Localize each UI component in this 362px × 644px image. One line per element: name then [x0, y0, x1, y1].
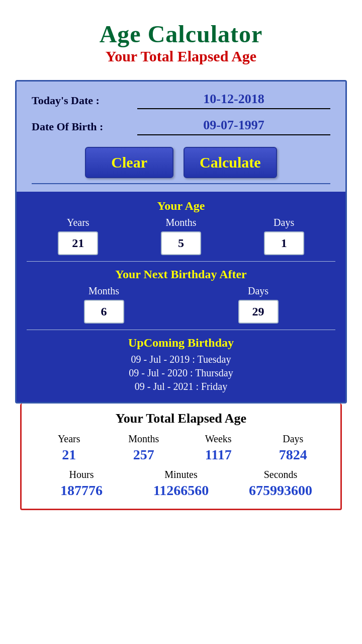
results-section: Your Age Years 21 Months 5 Days 1 Your N…: [17, 192, 345, 402]
elapsed-years-label: Years: [58, 433, 80, 445]
upcoming-item-3: 09 - Jul - 2021 : Friday: [27, 381, 335, 392]
birthday-divider: [27, 330, 335, 330]
elapsed-weeks-label: Weeks: [205, 433, 232, 445]
elapsed-days-val: 7824: [279, 447, 307, 463]
elapsed-title: Your Total Elapsed Age: [32, 411, 330, 426]
age-days-col: Days 1: [264, 217, 304, 255]
elapsed-weeks-val: 1117: [205, 447, 232, 463]
elapsed-hours-col: Hours 187776: [32, 469, 131, 499]
todays-date-label: Today's Date :: [32, 94, 132, 107]
age-section: Your Age Years 21 Months 5 Days 1: [27, 199, 335, 255]
age-divider: [27, 261, 335, 262]
upcoming-title: UpComing Birthday: [27, 336, 335, 350]
months-label: Months: [165, 217, 196, 228]
upcoming-item-2: 09 - Jul - 2020 : Thursday: [27, 367, 335, 379]
months-value: 5: [161, 231, 201, 255]
buttons-row: Clear Calculate: [32, 147, 330, 178]
years-label: Years: [67, 217, 89, 228]
elapsed-minutes-label: Minutes: [164, 469, 198, 480]
nb-days-value: 29: [238, 300, 279, 324]
elapsed-days-label: Days: [283, 433, 303, 445]
age-grid: Years 21 Months 5 Days 1: [27, 217, 335, 255]
nb-months-label: Months: [88, 285, 119, 297]
elapsed-seconds-val: 675993600: [249, 482, 312, 499]
elapsed-years-val: 21: [62, 447, 76, 463]
nb-months-value: 6: [84, 300, 124, 324]
elapsed-card: Your Total Elapsed Age Years 21 Months 2…: [20, 404, 342, 510]
elapsed-seconds-col: Seconds 675993600: [231, 469, 330, 499]
calculate-button[interactable]: Calculate: [184, 147, 277, 178]
elapsed-days-col: Days 7824: [256, 433, 331, 463]
nb-days-label: Days: [248, 285, 268, 297]
upcoming-list: 09 - Jul - 2019 : Tuesday 09 - Jul - 202…: [27, 354, 335, 392]
elapsed-weeks-col: Weeks 1117: [181, 433, 256, 463]
section-divider: [32, 183, 330, 184]
page-subtitle: Your Total Elapsed Age: [106, 48, 256, 65]
age-years-col: Years 21: [58, 217, 98, 255]
age-months-col: Months 5: [161, 217, 201, 255]
input-section: Today's Date : 10-12-2018 Date Of Birth …: [17, 82, 345, 192]
upcoming-item-1: 09 - Jul - 2019 : Tuesday: [27, 354, 335, 365]
elapsed-months-label: Months: [128, 433, 159, 445]
days-label: Days: [274, 217, 294, 228]
elapsed-top-row: Years 21 Months 257 Weeks 1117 Days 7824: [32, 433, 330, 463]
age-title: Your Age: [27, 199, 335, 213]
dob-value[interactable]: 09-07-1997: [137, 118, 330, 135]
next-birthday-section: Your Next Birthday After Months 6 Days 2…: [27, 268, 335, 324]
nb-months-col: Months 6: [84, 285, 124, 324]
elapsed-months-val: 257: [133, 447, 154, 463]
clear-button[interactable]: Clear: [85, 147, 173, 178]
page-title: Age Calculator: [100, 20, 263, 48]
elapsed-minutes-val: 11266560: [153, 482, 209, 499]
elapsed-hours-label: Hours: [69, 469, 94, 480]
dob-label: Date Of Birth :: [32, 120, 132, 133]
elapsed-seconds-label: Seconds: [264, 469, 298, 480]
elapsed-bottom-row: Hours 187776 Minutes 11266560 Seconds 67…: [32, 469, 330, 499]
birthday-grid: Months 6 Days 29: [27, 285, 335, 324]
elapsed-minutes-col: Minutes 11266560: [131, 469, 231, 499]
elapsed-years-col: Years 21: [32, 433, 107, 463]
elapsed-months-col: Months 257: [107, 433, 182, 463]
todays-date-row: Today's Date : 10-12-2018: [32, 92, 330, 112]
years-value: 21: [58, 231, 98, 255]
elapsed-hours-val: 187776: [60, 482, 103, 499]
todays-date-value[interactable]: 10-12-2018: [137, 92, 330, 109]
days-value: 1: [264, 231, 304, 255]
upcoming-section: UpComing Birthday 09 - Jul - 2019 : Tues…: [27, 336, 335, 392]
dob-row: Date Of Birth : 09-07-1997: [32, 118, 330, 138]
main-card: Today's Date : 10-12-2018 Date Of Birth …: [15, 80, 347, 404]
nb-days-col: Days 29: [238, 285, 279, 324]
next-birthday-title: Your Next Birthday After: [27, 268, 335, 281]
